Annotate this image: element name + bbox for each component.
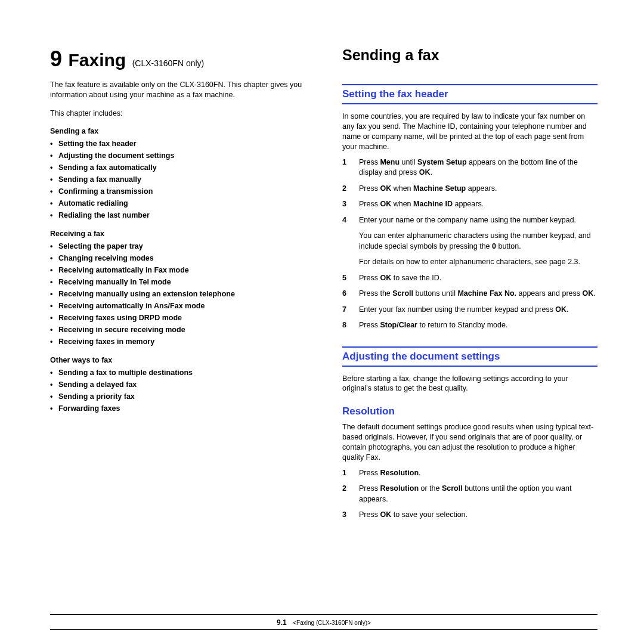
toc-item[interactable]: Sending a fax to multiple destinations xyxy=(50,367,318,379)
step: Press Stop/Clear to return to Standby mo… xyxy=(342,320,597,331)
setting-fax-header-steps: Press Menu until System Setup appears on… xyxy=(342,157,597,331)
toc-item[interactable]: Receiving manually in Tel mode xyxy=(50,276,318,288)
toc-item[interactable]: Automatic redialing xyxy=(50,197,318,209)
resolution-intro: The default document settings produce go… xyxy=(342,422,597,463)
setting-fax-header-intro: In some countries, you are required by l… xyxy=(342,112,597,152)
toc-group-receiving: Receiving a fax xyxy=(50,230,318,238)
step: Press Resolution. xyxy=(342,468,597,479)
chapter-heading: 9 Faxing (CLX-3160FN only) xyxy=(50,47,318,72)
chapter-number: 9 xyxy=(50,47,62,71)
toc-item[interactable]: Receiving in secure receiving mode xyxy=(50,324,318,336)
toc-list-sending: Setting the fax header Adjusting the doc… xyxy=(50,138,318,221)
toc-item[interactable]: Sending a fax manually xyxy=(50,174,318,185)
toc-item[interactable]: Setting the fax header xyxy=(50,138,318,150)
toc-item[interactable]: Receiving manually using an extension te… xyxy=(50,288,318,300)
subsection-setting-fax-header: Setting the fax header xyxy=(342,84,597,104)
toc-item[interactable]: Receiving faxes in memory xyxy=(50,336,318,348)
toc-item[interactable]: Adjusting the document settings xyxy=(50,150,318,162)
toc-item[interactable]: Changing receiving modes xyxy=(50,252,318,264)
toc-item[interactable]: Sending a fax automatically xyxy=(50,162,318,174)
toc-item[interactable]: Receiving automatically in Fax mode xyxy=(50,264,318,276)
toc-item[interactable]: Confirming a transmission xyxy=(50,185,318,197)
step: Press OK when Machine Setup appears. xyxy=(342,184,597,194)
step: Press the Scroll buttons until Machine F… xyxy=(342,289,597,299)
toc-item[interactable]: Selecting the paper tray xyxy=(50,240,318,252)
toc-list-other: Sending a fax to multiple destinations S… xyxy=(50,367,318,414)
step: Press Menu until System Setup appears on… xyxy=(342,157,597,178)
chapter-intro: The fax feature is available only on the… xyxy=(50,80,318,100)
toc-item[interactable]: Redialing the last number xyxy=(50,209,318,221)
toc-group-other: Other ways to fax xyxy=(50,356,318,364)
step: Press OK when Machine ID appears. xyxy=(342,199,597,210)
chapter-includes: This chapter includes: xyxy=(50,109,318,119)
toc-group-sending: Sending a fax xyxy=(50,127,318,135)
section-title-sending: Sending a fax xyxy=(342,47,597,64)
subsection-adjusting-document: Adjusting the document settings xyxy=(342,346,597,367)
step: Press Resolution or the Scroll buttons u… xyxy=(342,484,597,504)
step: Enter your name or the company name usin… xyxy=(342,215,597,268)
adjusting-document-intro: Before starting a fax, change the follow… xyxy=(342,374,597,394)
toc-item[interactable]: Sending a delayed fax xyxy=(50,379,318,391)
page-footer-label: <Faxing (CLX-3160FN only)> xyxy=(293,620,371,626)
toc-item[interactable]: Sending a priority fax xyxy=(50,391,318,402)
sub-resolution-title: Resolution xyxy=(342,405,597,417)
toc-list-receiving: Selecting the paper tray Changing receiv… xyxy=(50,240,318,348)
step: Press OK to save the ID. xyxy=(342,273,597,284)
toc-item[interactable]: Receiving faxes using DRPD mode xyxy=(50,312,318,324)
chapter-title: Faxing xyxy=(68,50,126,70)
page-footer: 9.1 <Faxing (CLX-3160FN only)> xyxy=(50,614,597,630)
resolution-steps: Press Resolution. Press Resolution or th… xyxy=(342,468,597,521)
page-number: 9.1 xyxy=(277,618,287,627)
toc-item[interactable]: Forwarding faxes xyxy=(50,402,318,414)
step: Press OK to save your selection. xyxy=(342,510,597,521)
chapter-subtitle: (CLX-3160FN only) xyxy=(132,58,205,68)
step: Enter your fax number using the number k… xyxy=(342,305,597,315)
toc-item[interactable]: Receiving automatically in Ans/Fax mode xyxy=(50,300,318,312)
